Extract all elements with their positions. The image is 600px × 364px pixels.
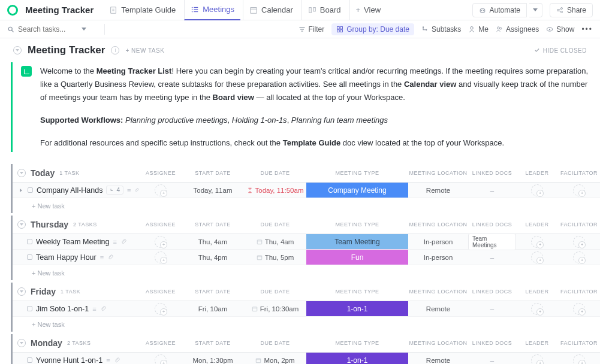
- col-due: DUE DATE: [244, 289, 306, 295]
- attachment-icon[interactable]: [107, 254, 114, 260]
- location[interactable]: In-person: [408, 254, 468, 261]
- task-row[interactable]: Company All-Hands 4 ≡ Today, 11am Today,…: [13, 182, 600, 198]
- svg-line-20: [559, 10, 560, 11]
- automate-dropdown[interactable]: [529, 3, 542, 17]
- due-date[interactable]: Thu, 4am: [244, 238, 306, 245]
- due-date[interactable]: Mon, 2pm: [244, 357, 306, 364]
- attachment-icon[interactable]: [100, 305, 107, 312]
- filter-button[interactable]: Filter: [299, 25, 325, 34]
- start-date[interactable]: Thu, 4am: [182, 238, 244, 245]
- assignee-avatar[interactable]: [155, 236, 167, 248]
- linked-docs[interactable]: –: [468, 254, 516, 261]
- linked-docs[interactable]: Team Meetings: [468, 233, 516, 250]
- collapse-toggle[interactable]: [17, 169, 26, 177]
- leader-avatar[interactable]: [531, 303, 543, 315]
- attachment-icon[interactable]: [114, 357, 120, 363]
- description-icon[interactable]: ≡: [92, 305, 96, 313]
- new-task-button[interactable]: + NEW TASK: [125, 47, 164, 54]
- meeting-type-chip[interactable]: Company Meeting: [306, 183, 408, 198]
- search-input[interactable]: [18, 25, 78, 34]
- tab-meetings[interactable]: Meetings: [184, 0, 240, 20]
- tab-board[interactable]: Board: [301, 0, 347, 20]
- meeting-type-chip[interactable]: 1-on-1: [306, 353, 408, 364]
- search-wrap[interactable]: [7, 25, 97, 34]
- status-checkbox[interactable]: [27, 357, 32, 363]
- location[interactable]: Remote: [408, 305, 468, 313]
- meeting-type-chip[interactable]: 1-on-1: [306, 301, 408, 316]
- svg-rect-41: [252, 307, 257, 311]
- leader-avatar[interactable]: [531, 251, 543, 263]
- status-checkbox[interactable]: [27, 254, 32, 260]
- collapse-toggle[interactable]: [17, 287, 26, 296]
- svg-rect-0: [111, 7, 116, 13]
- start-date[interactable]: Thu, 4pm: [182, 254, 244, 261]
- facilitator-avatar[interactable]: [573, 303, 585, 315]
- info-icon[interactable]: i: [111, 46, 119, 54]
- task-row[interactable]: Team Happy Hour ≡ Thu, 4pm Thu, 5pm Fun …: [13, 249, 600, 265]
- meeting-type-chip[interactable]: Team Meeting: [306, 234, 408, 249]
- svg-point-34: [500, 28, 502, 29]
- description-icon[interactable]: ≡: [127, 187, 131, 194]
- start-date[interactable]: Fri, 10am: [182, 305, 244, 313]
- leader-avatar[interactable]: [531, 184, 543, 196]
- meeting-type-chip[interactable]: Fun: [306, 250, 408, 265]
- assignee-avatar[interactable]: [155, 184, 167, 196]
- assignee-avatar[interactable]: [155, 251, 167, 263]
- start-date[interactable]: Mon, 1:30pm: [182, 357, 244, 364]
- linked-docs[interactable]: –: [468, 187, 516, 194]
- due-date[interactable]: Thu, 5pm: [244, 254, 306, 261]
- svg-point-16: [557, 9, 559, 11]
- facilitator-avatar[interactable]: [573, 354, 585, 364]
- assignee-avatar[interactable]: [155, 354, 167, 364]
- task-row[interactable]: Jim Soto 1-on-1 ≡ Fri, 10am Fri, 10:30am…: [13, 301, 600, 316]
- linked-docs[interactable]: –: [468, 305, 516, 313]
- new-task-row[interactable]: + New task: [13, 265, 600, 280]
- group-name: Monday: [31, 338, 62, 348]
- hide-closed-toggle[interactable]: HIDE CLOSED: [534, 47, 587, 54]
- status-checkbox[interactable]: [27, 306, 32, 311]
- status-checkbox[interactable]: [28, 187, 33, 193]
- collapse-toggle[interactable]: [13, 46, 22, 54]
- facilitator-avatar[interactable]: [573, 236, 585, 248]
- task-row[interactable]: Weekly Team Meeting ≡ Thu, 4am Thu, 4am …: [13, 233, 600, 249]
- description-icon[interactable]: ≡: [106, 357, 110, 364]
- assignees-button[interactable]: Assignees: [496, 25, 539, 34]
- due-date[interactable]: Today, 11:50am: [244, 187, 306, 194]
- facilitator-avatar[interactable]: [573, 184, 585, 196]
- new-task-row[interactable]: + New task: [13, 198, 600, 213]
- linked-docs[interactable]: –: [468, 357, 516, 364]
- subtasks-button[interactable]: Subtasks: [421, 25, 461, 34]
- facilitator-avatar[interactable]: [573, 251, 585, 263]
- task-row[interactable]: Yvonne Hunt 1-on-1 ≡ Mon, 1:30pm Mon, 2p…: [13, 352, 600, 364]
- group-by-button[interactable]: Group by: Due date: [331, 23, 414, 35]
- group-icon: [336, 26, 343, 33]
- col-start: START DATE: [182, 222, 244, 228]
- tab-calendar[interactable]: Calendar: [243, 0, 299, 20]
- share-button[interactable]: Share: [550, 3, 593, 17]
- attachment-icon[interactable]: [134, 187, 140, 193]
- start-date[interactable]: Today, 11am: [182, 187, 244, 194]
- location[interactable]: Remote: [408, 187, 468, 194]
- location[interactable]: Remote: [408, 357, 468, 364]
- subtask-badge[interactable]: 4: [106, 186, 123, 195]
- group-header: Today 1 TASK ASSIGNEE START DATE DUE DAT…: [13, 164, 600, 182]
- attachment-icon[interactable]: [120, 238, 127, 245]
- more-button[interactable]: •••: [581, 25, 593, 34]
- show-button[interactable]: Show: [546, 25, 574, 34]
- leader-avatar[interactable]: [531, 354, 543, 364]
- tab-add-view[interactable]: + View: [349, 0, 387, 20]
- location[interactable]: In-person: [408, 238, 468, 245]
- leader-avatar[interactable]: [531, 236, 543, 248]
- new-task-row[interactable]: + New task: [13, 316, 600, 332]
- assignee-avatar[interactable]: [155, 303, 167, 315]
- description-icon[interactable]: ≡: [100, 254, 104, 261]
- expand-caret[interactable]: [20, 189, 24, 192]
- tab-template-guide[interactable]: Template Guide: [103, 0, 182, 20]
- collapse-toggle[interactable]: [17, 220, 26, 229]
- status-checkbox[interactable]: [27, 239, 32, 244]
- description-icon[interactable]: ≡: [113, 238, 117, 245]
- automate-button[interactable]: Automate: [472, 3, 527, 17]
- due-date[interactable]: Fri, 10:30am: [244, 305, 306, 313]
- me-button[interactable]: Me: [468, 25, 489, 34]
- collapse-toggle[interactable]: [17, 339, 26, 347]
